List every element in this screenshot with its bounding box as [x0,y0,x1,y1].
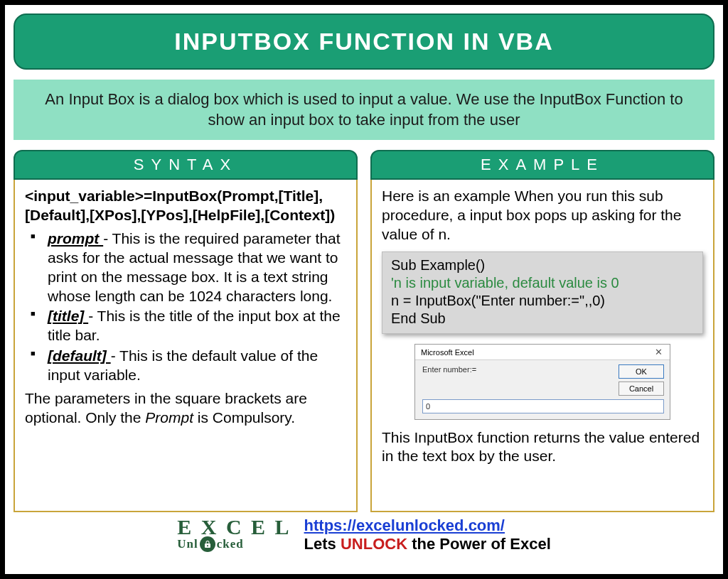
logo-row2b: cked [217,539,244,549]
lock-icon [200,536,215,552]
code-line: Sub Example() [391,256,694,274]
cancel-button[interactable]: Cancel [619,382,664,396]
syntax-body: <input_variable>=InputBox(Prompt,[Title]… [14,180,358,512]
param-item: [title] - This is the title of the input… [29,307,346,345]
code-comment: 'n is input variable, default value is 0 [391,274,694,292]
code-line: n = InputBox("Enter number:=",,0) [391,292,694,310]
intro-text: An Input Box is a dialog box which is us… [14,80,714,140]
param-name: prompt [48,230,103,247]
param-item: prompt - This is the required parameter … [29,229,346,306]
logo-row2a: Unl [177,539,198,549]
excel-unlocked-logo: E X C E L Unl cked [177,518,291,552]
code-block: Sub Example() 'n is input variable, defa… [382,251,703,334]
footer-tag-post: the Power of Excel [407,535,551,553]
syntax-signature: <input_variable>=InputBox(Prompt,[Title]… [25,187,346,225]
footer-tag-unlock: UNLOCK [341,535,407,553]
example-return-text: This InputBox function returns the value… [382,428,703,467]
syntax-header: SYNTAX [14,150,358,180]
example-body: Here is an example When you run this sub… [370,180,714,512]
ok-button[interactable]: OK [619,364,664,379]
param-dash: - [103,230,112,247]
optional-note: The parameters in the square brackets ar… [25,389,346,428]
close-icon[interactable]: ✕ [652,347,665,359]
optional-note-post: is Compulsory. [193,409,295,426]
page-title: INPUTBOX FUNCTION IN VBA [14,13,714,70]
param-dash: - [88,308,97,324]
param-item: [default] - This is the default value of… [29,347,346,385]
footer-link[interactable]: https://excelunlocked.com/ [304,516,505,534]
code-line: End Sub [391,310,694,328]
footer-tag-pre: Lets [304,535,341,553]
syntax-column: SYNTAX <input_variable>=InputBox(Prompt,… [14,150,358,512]
example-column: EXAMPLE Here is an example When you run … [370,150,714,512]
param-name: [title] [48,308,88,324]
dialog-title: Microsoft Excel [421,347,474,357]
footer: E X C E L Unl cked https://excelunlocked… [14,516,714,553]
inputbox-dialog: Microsoft Excel ✕ Enter number:= OK Canc… [414,344,670,420]
dialog-input[interactable]: 0 [422,399,664,413]
param-dash: - [111,347,119,364]
optional-note-em: Prompt [145,409,193,426]
logo-row1: E X C E L [177,518,291,536]
param-name: [default] [48,347,111,364]
example-desc: Here is an example When you run this sub… [382,187,703,244]
example-header: EXAMPLE [370,150,714,180]
